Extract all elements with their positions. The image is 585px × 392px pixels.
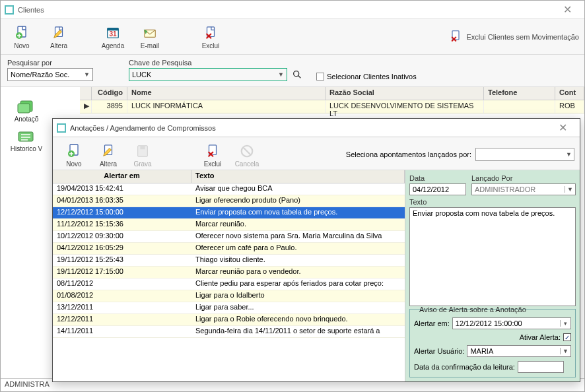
list-row[interactable]: 19/11/2012 15:25:43Thiago visitou client… bbox=[53, 255, 405, 267]
chevron-down-icon: ▼ bbox=[560, 348, 570, 354]
delete-x-icon bbox=[449, 30, 462, 44]
altera-button[interactable]: Altera bbox=[43, 22, 75, 52]
list-row[interactable]: 01/08/2012Ligar para o Idalberto bbox=[53, 290, 405, 302]
confirm-input[interactable] bbox=[518, 361, 564, 373]
tab-anotacoes-label: Anotaçõ bbox=[4, 115, 49, 123]
main-close-button[interactable]: ✕ bbox=[554, 3, 580, 17]
email-icon bbox=[142, 25, 158, 41]
alertar-em-input[interactable]: 12/12/2012 15:00:00 ▾ bbox=[452, 317, 571, 329]
exclui-sem-mov-button[interactable]: Exclui Clientes sem Movimentação bbox=[449, 22, 579, 52]
cell-alertar: 19/11/2012 15:25:43 bbox=[53, 255, 191, 266]
cell-texto: Ligar oferecendo produto (Pano) bbox=[191, 195, 405, 207]
usuario-select[interactable]: MARIA ▼ bbox=[467, 345, 571, 357]
detail-panel: Data 04/12/2012 Lançado Por ADMINISTRADO… bbox=[405, 170, 580, 381]
left-tabs: Anotaçõ Historico V bbox=[3, 100, 50, 159]
pesquisar-por-select[interactable]: Nome/Razão Soc. ▼ bbox=[7, 68, 93, 81]
cell-alertar: 04/01/2013 16:03:35 bbox=[53, 195, 191, 207]
dialog-titlebar: Anotações / Agendamento de Compromissos … bbox=[53, 119, 580, 137]
chevron-down-icon: ▼ bbox=[565, 186, 575, 193]
altera-label: Altera bbox=[50, 42, 67, 49]
dialog-close-button[interactable]: ✕ bbox=[549, 121, 576, 135]
data-input[interactable]: 04/12/2012 bbox=[409, 183, 466, 195]
list-row[interactable]: 10/12/2012 09:30:00Oferecer novo sistema… bbox=[53, 231, 405, 243]
novo-button[interactable]: Novo bbox=[6, 22, 38, 52]
cell-alertar: 08/11/2012 bbox=[53, 278, 191, 290]
list-row[interactable]: 19/04/2013 15:42:41Avisar que chegou BCA bbox=[53, 183, 405, 195]
list-row[interactable]: 19/11/2012 17:15:00Marcar reunião para o… bbox=[53, 267, 405, 278]
document-edit-icon bbox=[51, 25, 67, 41]
document-edit-icon bbox=[100, 143, 116, 159]
email-button[interactable]: E-mail bbox=[134, 22, 166, 52]
status-user: ADMINISTRA bbox=[5, 380, 50, 388]
grid-row[interactable]: ▶ 3895 LUCK INFORMÁTICA LUCK DESENVOLVIM… bbox=[80, 100, 584, 114]
cell-alertar: 13/12/2011 bbox=[53, 302, 191, 313]
col-razao[interactable]: Razão Social bbox=[326, 87, 484, 100]
list-row[interactable]: 13/12/2011Ligar para saber... bbox=[53, 302, 405, 314]
list-row[interactable]: 12/12/2011Ligar para o Robie oferecendo … bbox=[53, 314, 405, 326]
sel-apont-select[interactable]: ▼ bbox=[475, 148, 574, 161]
cell-alertar: 12/12/2011 bbox=[53, 314, 191, 325]
cell-texto: Enviar proposta com nova tabela de preço… bbox=[191, 207, 405, 218]
dlg-exclui-label: Exclui bbox=[204, 160, 222, 168]
tab-historico[interactable]: Historico V bbox=[3, 129, 50, 152]
tab-historico-label: Historico V bbox=[4, 145, 49, 152]
col-codigo[interactable]: Código bbox=[92, 87, 127, 100]
inativos-label: Selecionar Clientes Inativos bbox=[327, 73, 417, 81]
texto-textarea[interactable]: Enviar proposta com nova tabela de preço… bbox=[409, 207, 576, 306]
document-delete-icon bbox=[205, 143, 221, 159]
svg-rect-11 bbox=[18, 104, 30, 113]
chave-input[interactable]: LUCK ▼ bbox=[129, 68, 287, 81]
chevron-down-icon: ▼ bbox=[278, 71, 284, 78]
ativar-label: Ativar Alerta: bbox=[520, 333, 561, 341]
cell-texto: Ligar para o Robie oferecendo novo brinq… bbox=[191, 314, 405, 325]
main-toolbar: Novo Altera 31 Agenda E-mail Exclui bbox=[1, 19, 584, 55]
col-alertar[interactable]: Alertar em bbox=[53, 170, 191, 183]
main-title: Clientes bbox=[18, 6, 554, 14]
inativos-checkbox[interactable] bbox=[316, 73, 324, 81]
list-row[interactable]: 04/01/2013 16:03:35Ligar oferecendo prod… bbox=[53, 195, 405, 207]
main-window: Clientes ✕ Novo Altera 31 Agenda E bbox=[0, 0, 585, 392]
cell-texto: Oferecer um café para o Paulo. bbox=[191, 243, 405, 254]
exclui-button[interactable]: Exclui bbox=[195, 22, 226, 52]
notes-icon bbox=[17, 100, 36, 114]
cell-alertar: 01/08/2012 bbox=[53, 290, 191, 302]
cell-texto: Marcar reunião. bbox=[191, 219, 405, 230]
cell-alertar: 19/11/2012 17:15:00 bbox=[53, 267, 191, 278]
dlg-exclui-button[interactable]: Exclui bbox=[197, 140, 228, 170]
list-row[interactable]: 08/11/2012Cliente pediu para esperar apó… bbox=[53, 278, 405, 290]
history-icon bbox=[17, 129, 36, 144]
list-row[interactable]: 11/12/2012 15:15:36Marcar reunião. bbox=[53, 219, 405, 231]
aviso-fieldset: Aviso de Alerta sobre a Anotação Alertar… bbox=[409, 309, 576, 377]
chevron-down-icon: ▼ bbox=[566, 151, 572, 158]
cell-alertar: 11/12/2012 15:15:36 bbox=[53, 219, 191, 230]
dlg-novo-button[interactable]: Novo bbox=[58, 140, 90, 170]
app-icon bbox=[5, 5, 14, 15]
agenda-label: Agenda bbox=[102, 42, 124, 49]
row-pointer-icon: ▶ bbox=[80, 100, 92, 113]
dialog-toolbar: Novo Altera Grava Exclui Cancela Selecio… bbox=[53, 137, 580, 170]
list-row[interactable]: 12/12/2012 15:00:00Enviar proposta com n… bbox=[53, 207, 405, 219]
col-texto[interactable]: Texto bbox=[191, 170, 405, 183]
ativar-checkbox[interactable]: ✓ bbox=[563, 333, 571, 341]
col-nome[interactable]: Nome bbox=[127, 87, 326, 100]
search-icon[interactable] bbox=[291, 69, 303, 81]
col-telefone[interactable]: Telefone bbox=[484, 87, 555, 100]
col-contato[interactable]: Cont bbox=[555, 87, 584, 100]
list-row[interactable]: 14/11/2011Segunda-feira dia 14/11/2011 o… bbox=[53, 326, 405, 338]
dlg-altera-button[interactable]: Altera bbox=[92, 140, 124, 170]
tab-anotacoes[interactable]: Anotaçõ bbox=[3, 100, 50, 123]
cell-telefone bbox=[484, 100, 555, 113]
usuario-label: Alertar Usuário: bbox=[414, 347, 464, 355]
cell-texto: Cliente pediu para esperar após feriados… bbox=[191, 278, 405, 290]
calendar-icon: 31 bbox=[105, 25, 121, 41]
list-row[interactable]: 04/12/2012 16:05:29Oferecer um café para… bbox=[53, 243, 405, 255]
sel-apont-label: Seleciona apontamentos lançados por: bbox=[346, 150, 471, 158]
cell-codigo: 3895 bbox=[92, 100, 127, 113]
pesquisar-por-value: Nome/Razão Soc. bbox=[11, 71, 69, 79]
pesquisar-por-label: Pesquisar por bbox=[7, 59, 93, 67]
lancado-label: Lançado Por bbox=[471, 174, 576, 182]
cell-texto: Thiago visitou cliente. bbox=[191, 255, 405, 266]
dlg-novo-label: Novo bbox=[66, 160, 81, 168]
chevron-down-icon: ▼ bbox=[84, 71, 90, 78]
agenda-button[interactable]: 31 Agenda bbox=[97, 22, 129, 52]
